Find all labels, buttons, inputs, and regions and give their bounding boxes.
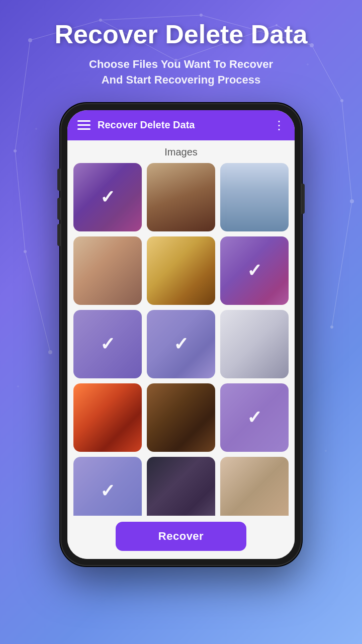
svg-point-7 <box>24 250 27 253</box>
section-title: Images <box>67 140 295 163</box>
svg-point-8 <box>48 350 52 354</box>
grid-item[interactable]: ✓ <box>220 383 289 452</box>
grid-item[interactable]: ✓ <box>73 163 142 231</box>
photo-bg <box>73 236 142 305</box>
svg-point-6 <box>350 199 354 203</box>
app-bar-title: Recover Delete Data <box>98 119 195 131</box>
grid-item[interactable]: ✓ <box>220 236 289 305</box>
phone-outer-frame: Recover Delete Data ⋮ Images ✓✓✓✓✓✓ Reco… <box>60 103 302 566</box>
phone-screen: Recover Delete Data ⋮ Images ✓✓✓✓✓✓ Reco… <box>67 110 295 559</box>
photo-bg <box>220 163 289 231</box>
checkmark-icon: ✓ <box>220 236 289 305</box>
checkmark-icon: ✓ <box>147 310 215 378</box>
grid-item[interactable] <box>73 236 142 305</box>
checkmark-icon: ✓ <box>73 310 142 378</box>
checkmark-icon: ✓ <box>220 383 289 452</box>
grid-item[interactable]: ✓ <box>73 310 142 378</box>
header-section: Recover Delete Data Choose Files You Wan… <box>0 0 362 98</box>
grid-item[interactable] <box>147 163 215 231</box>
photo-bg <box>73 383 142 452</box>
recover-button[interactable]: Recover <box>116 522 246 551</box>
svg-line-19 <box>332 201 352 327</box>
svg-point-4 <box>340 99 343 102</box>
svg-point-9 <box>330 326 333 329</box>
more-options-icon[interactable]: ⋮ <box>273 118 285 132</box>
grid-item[interactable] <box>73 383 142 452</box>
hamburger-menu-icon[interactable] <box>77 120 90 130</box>
image-grid: ✓✓✓✓✓✓ <box>73 163 289 516</box>
grid-item[interactable] <box>220 457 289 516</box>
photo-bg <box>220 310 289 378</box>
image-grid-container: ✓✓✓✓✓✓ <box>67 163 295 516</box>
app-bar: Recover Delete Data ⋮ <box>67 110 295 140</box>
main-title: Recover Delete Data <box>15 20 347 49</box>
svg-point-5 <box>14 149 17 152</box>
svg-line-18 <box>15 151 25 252</box>
grid-item[interactable] <box>220 163 289 231</box>
photo-bg <box>147 457 215 516</box>
bottom-bar: Recover <box>67 516 295 559</box>
svg-line-20 <box>25 252 50 352</box>
grid-item[interactable] <box>147 457 215 516</box>
main-subtitle: Choose Files You Want To Recover And Sta… <box>15 57 347 88</box>
photo-bg <box>147 163 215 231</box>
photo-bg <box>147 383 215 452</box>
phone-mockup: Recover Delete Data ⋮ Images ✓✓✓✓✓✓ Reco… <box>60 103 302 566</box>
photo-bg <box>220 457 289 516</box>
grid-item[interactable]: ✓ <box>73 457 142 516</box>
checkmark-icon: ✓ <box>73 163 142 231</box>
grid-item[interactable] <box>147 383 215 452</box>
photo-bg <box>147 236 215 305</box>
svg-line-17 <box>342 101 352 201</box>
grid-item[interactable]: ✓ <box>147 310 215 378</box>
grid-item[interactable] <box>147 236 215 305</box>
grid-item[interactable] <box>220 310 289 378</box>
checkmark-icon: ✓ <box>73 457 142 516</box>
app-bar-left: Recover Delete Data <box>77 119 195 131</box>
